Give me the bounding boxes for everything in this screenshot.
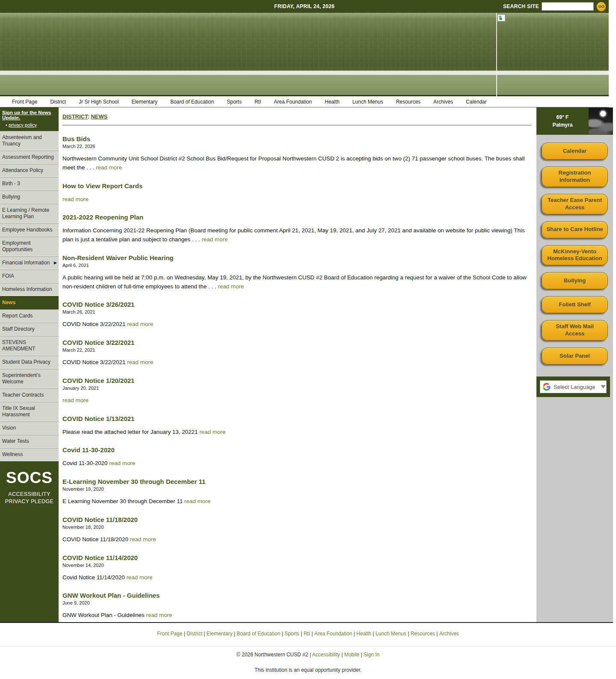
nav-item[interactable]: Elementary xyxy=(131,99,157,105)
article-title[interactable]: COVID Notice 11/18/2020 xyxy=(62,516,531,523)
quick-link-button[interactable]: Bullying xyxy=(542,272,608,289)
article-title[interactable]: COVID Notice 1/20/2021 xyxy=(62,377,531,384)
nav-item[interactable]: RtI xyxy=(255,99,261,105)
nav-item[interactable]: Lunch Menus xyxy=(352,99,383,105)
news-signup-link[interactable]: Sign up for the News Update. xyxy=(2,110,56,120)
read-more-link[interactable]: read more xyxy=(146,612,172,618)
article-title[interactable]: GNW Workout Plan - Guidelines xyxy=(62,592,531,599)
search-go-button[interactable]: GO xyxy=(596,2,606,12)
accessibility-link[interactable]: Accessibility xyxy=(312,652,340,658)
quick-link-button[interactable]: Share to Care Hotline xyxy=(542,221,608,238)
sidebar-menu-item[interactable]: FOIA xyxy=(0,270,59,283)
article-body: read more xyxy=(62,396,531,405)
article-excerpt: Covid Notice 11/14/2020 xyxy=(62,574,125,581)
nav-item[interactable]: Jr Sr High School xyxy=(79,99,118,105)
footer-nav-link[interactable]: Board of Education xyxy=(237,631,284,637)
privacy-policy-link[interactable]: privacy policy xyxy=(9,122,37,127)
sidebar-menu-item[interactable]: STEVENS AMENDMENT xyxy=(0,336,59,356)
quick-link-button[interactable]: Staff Web Mail Access xyxy=(542,320,608,341)
read-more-link[interactable]: read more xyxy=(199,429,225,435)
news-article: How to View Report Cards read more xyxy=(62,182,531,204)
read-more-link[interactable]: read more xyxy=(130,536,156,543)
sidebar-menu-item[interactable]: Assessment Reporting xyxy=(0,151,59,164)
article-title[interactable]: COVID Notice 1/13/2021 xyxy=(62,415,531,422)
sidebar-menu-item[interactable]: Wellness xyxy=(0,448,59,461)
news-article: GNW Workout Plan - Guidelines June 9, 20… xyxy=(62,592,531,620)
read-more-link[interactable]: read more xyxy=(127,359,153,365)
sidebar-menu-item[interactable]: Vision xyxy=(0,421,59,435)
sidebar-menu-item[interactable]: Employee Handbooks xyxy=(0,223,59,237)
read-more-link[interactable]: read more xyxy=(126,574,152,581)
sidebar-menu-item[interactable]: Teacher Contracts xyxy=(0,388,59,402)
read-more-link[interactable]: read more xyxy=(127,321,153,327)
language-select-dropdown[interactable]: Select Language xyxy=(540,380,607,393)
article-title[interactable]: COVID Notice 11/14/2020 xyxy=(62,554,531,561)
search-input[interactable] xyxy=(542,2,594,11)
nav-item[interactable]: Resources xyxy=(396,99,421,105)
article-title[interactable]: E-Learning November 30 through December … xyxy=(62,478,531,485)
footer-nav-link[interactable]: Health xyxy=(356,631,375,637)
article-title[interactable]: 2021-2022 Reopening Plan xyxy=(62,213,531,221)
read-more-link[interactable]: read more xyxy=(96,164,122,171)
site-search: SEARCH SITE GO xyxy=(503,0,606,13)
read-more-link[interactable]: read more xyxy=(184,498,210,504)
breadcrumb-news-link[interactable]: NEWS xyxy=(91,113,107,120)
sidebar-menu-item[interactable]: Attendance Policy xyxy=(0,164,59,177)
nav-item[interactable]: Health xyxy=(325,99,340,105)
sidebar-menu-item[interactable]: Staff Directory xyxy=(0,323,59,336)
sidebar-menu-item[interactable]: Employment Opportunities xyxy=(0,237,59,256)
sidebar-menu-item[interactable]: E Learning / Remote Learning Plan xyxy=(0,204,59,223)
article-title[interactable]: How to View Report Cards xyxy=(62,182,531,190)
quick-link-button[interactable]: Solar Panel xyxy=(542,347,608,365)
sidebar-menu-item[interactable]: Birth - 3 xyxy=(0,177,59,190)
mobile-link[interactable]: Mobile xyxy=(344,652,359,658)
footer-nav-link[interactable]: Resources xyxy=(411,631,439,637)
nav-item[interactable]: Archives xyxy=(433,99,453,105)
sidebar-menu-item[interactable]: Absenteeism and Truancy xyxy=(0,131,59,151)
footer-nav-link[interactable]: Area Foundation xyxy=(314,631,357,637)
nav-item[interactable]: Front Page xyxy=(12,99,37,105)
article-title[interactable]: Bus Bids xyxy=(62,135,531,142)
sidebar-menu-item[interactable]: News xyxy=(0,296,59,309)
sidebar-menu-item[interactable]: Superintendent's Welcome xyxy=(0,369,59,388)
quick-link-buttons: Calendar Registration Information Teache… xyxy=(536,135,613,365)
footer-nav-link[interactable]: District xyxy=(187,631,206,637)
footer-nav-link[interactable]: Lunch Menus xyxy=(376,631,411,637)
quick-link-button[interactable]: Teacher Ease Parent Access xyxy=(542,194,608,214)
read-more-link[interactable]: read more xyxy=(62,397,89,403)
socs-footer-link[interactable]: PRIVACY PLEDGE xyxy=(0,498,59,504)
footer-nav-link[interactable]: Sports xyxy=(284,631,303,637)
quick-link-button[interactable]: Follett Shelf xyxy=(542,296,608,313)
sidebar-menu-item[interactable]: Water Tests xyxy=(0,435,59,448)
socs-logo[interactable]: SOCS xyxy=(0,469,59,487)
quick-link-button[interactable]: McKinney-Vento Homeless Education xyxy=(542,245,608,266)
sidebar-menu-item[interactable]: Title IX Sexual Harassment xyxy=(0,402,59,421)
sidebar-menu-item[interactable]: Homeless Information xyxy=(0,283,59,296)
article-title[interactable]: COVID Notice 3/26/2021 xyxy=(62,301,531,308)
article-title[interactable]: COVID Notice 3/22/2021 xyxy=(62,339,531,346)
footer-nav-link[interactable]: Elementary xyxy=(207,631,237,637)
read-more-link[interactable]: read more xyxy=(201,236,228,243)
sidebar-menu-item[interactable]: Student Data Privacy xyxy=(0,356,59,369)
sidebar-menu-item[interactable]: Financial Information ▶ xyxy=(0,256,59,270)
read-more-link[interactable]: read more xyxy=(62,196,89,202)
nav-item[interactable]: Calendar xyxy=(466,99,487,105)
nav-item[interactable]: District xyxy=(50,99,66,105)
footer-nav-link[interactable]: RtI xyxy=(304,631,314,637)
nav-item[interactable]: Area Foundation xyxy=(274,99,312,105)
read-more-link[interactable]: read more xyxy=(218,283,244,290)
socs-footer-link[interactable]: ACCESSIBILITY xyxy=(0,491,59,497)
footer-nav-link[interactable]: Front Page xyxy=(157,631,187,637)
sidebar-menu-item[interactable]: Bullying xyxy=(0,190,59,204)
quick-link-button[interactable]: Calendar xyxy=(542,142,608,160)
nav-item[interactable]: Board of Education xyxy=(170,99,214,105)
footer-nav-link[interactable]: Archives xyxy=(439,631,459,637)
article-title[interactable]: Non-Resident Waiver Public Hearing xyxy=(62,254,531,261)
breadcrumb-district-link[interactable]: DISTRICT xyxy=(62,113,88,120)
nav-item[interactable]: Sports xyxy=(227,99,242,105)
quick-link-button[interactable]: Registration Information xyxy=(542,166,608,187)
read-more-link[interactable]: read more xyxy=(109,460,135,466)
sign-in-link[interactable]: Sign In xyxy=(364,652,379,658)
sidebar-menu-item[interactable]: Report Cards xyxy=(0,309,59,323)
article-title[interactable]: Covid 11-30-2020 xyxy=(62,446,531,454)
